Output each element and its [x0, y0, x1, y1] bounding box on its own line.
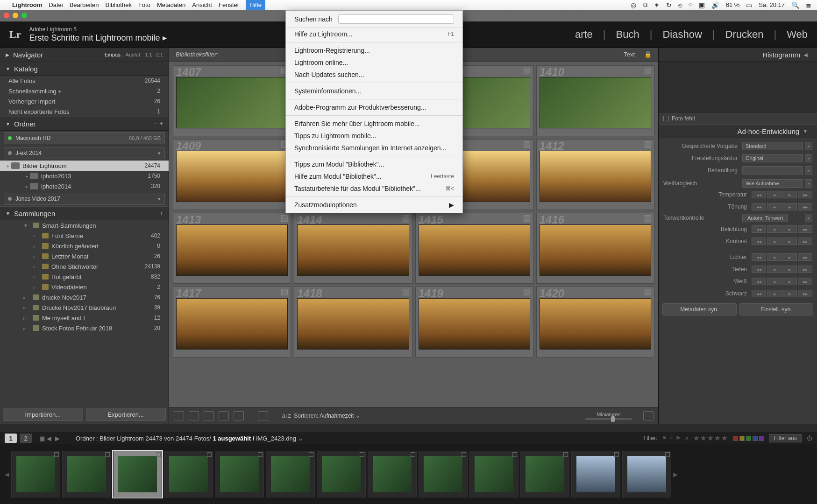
help-menu-item[interactable]: Lightroom online...	[286, 56, 462, 69]
wb-dropdown[interactable]: Wie Aufnahme	[742, 179, 803, 188]
import-button[interactable]: Importieren...	[3, 408, 83, 421]
folder-item[interactable]: ▸iphoto2014320	[0, 181, 169, 191]
filter-off-dropdown[interactable]: Filter aus	[769, 434, 802, 442]
color-label-filter[interactable]	[733, 436, 764, 441]
spray-icon[interactable]	[258, 411, 268, 420]
help-menu-item[interactable]: Synchronisierte Sammlungen im Internet a…	[286, 142, 462, 154]
sync-settings-button[interactable]: Einstell. syn.	[739, 303, 814, 315]
menu-metadaten[interactable]: Metadaten	[157, 1, 185, 8]
timemachine-icon[interactable]: ↻	[666, 1, 672, 9]
collection-item[interactable]: ▹drucke Nov201776	[0, 292, 169, 302]
histogram-header[interactable]: Histogramm ◀	[659, 48, 817, 62]
dropdown[interactable]: Standard	[742, 142, 803, 150]
dropbox-icon[interactable]: ⧉	[643, 1, 647, 9]
flag-icon[interactable]	[403, 215, 409, 222]
chevron-icon[interactable]: ⌄	[355, 413, 360, 419]
help-search-input[interactable]	[338, 14, 454, 24]
zoom-button[interactable]	[21, 13, 27, 18]
filmstrip-thumb[interactable]	[368, 451, 417, 497]
bluetooth-icon[interactable]: ⎋	[678, 1, 682, 9]
reset-icon[interactable]: ▸	[805, 142, 812, 150]
help-menu-item[interactable]: Lightroom-Registrierung...	[286, 44, 462, 56]
loupe-view-icon[interactable]	[189, 411, 199, 420]
smart-collection-item[interactable]: ▹Ohne Stichwörter24139	[0, 261, 169, 272]
help-menu-item[interactable]: Systeminformationen...	[286, 85, 462, 97]
notifications-icon[interactable]: ≣	[806, 1, 811, 9]
grid-cell[interactable]: 1410	[536, 65, 654, 136]
menu-fenster[interactable]: Fenster	[219, 1, 239, 8]
export-button[interactable]: Exportieren...	[86, 408, 166, 421]
collection-item[interactable]: ▹Drucke Nov2017 blaubraun39	[0, 302, 169, 313]
grid-cell[interactable]: 1417	[173, 287, 291, 357]
stepper[interactable]: ◂◂◂▸▸▸	[752, 203, 812, 210]
wifi-icon[interactable]: ⌔	[689, 1, 692, 9]
minimize-button[interactable]	[13, 13, 18, 18]
catalog-item[interactable]: Alle Fotos26544	[0, 76, 169, 86]
stepper[interactable]: ◂◂◂▸▸▸	[752, 253, 812, 261]
chevron-down-icon[interactable]: ⌄	[298, 435, 303, 442]
collection-item[interactable]: ▹Stock Fotos Februar 201820	[0, 323, 169, 333]
compare-view-icon[interactable]	[204, 411, 214, 420]
volume-jext[interactable]: J-ext 2014 ▾	[4, 147, 165, 159]
flag-icon[interactable]	[665, 452, 670, 457]
auto-tone-button[interactable]: Autom. Tonwert	[742, 214, 788, 222]
grid-cell[interactable]: 1409	[173, 139, 291, 210]
grid-cell[interactable]: 1415	[415, 213, 533, 284]
adhoc-header[interactable]: Ad-hoc-Entwicklung ▼	[659, 124, 817, 138]
airplay-icon[interactable]: ▣	[699, 1, 705, 9]
stepper[interactable]: ◂◂◂▸▸▸	[752, 191, 812, 198]
sammlungen-header[interactable]: ▼ Sammlungen +	[0, 206, 169, 220]
module-arte[interactable]: arte	[575, 28, 593, 41]
filmstrip-thumb[interactable]	[266, 451, 315, 497]
survey-view-icon[interactable]	[219, 411, 229, 420]
cc-icon[interactable]: ◎	[631, 1, 636, 9]
catalog-item[interactable]: Vorheriger Import26	[0, 96, 169, 106]
stepper[interactable]: ◂◂◂▸▸▸	[752, 225, 812, 233]
reset-icon[interactable]: ▸	[805, 179, 812, 188]
next-icon[interactable]: ▶	[55, 435, 60, 442]
flag-icon[interactable]	[645, 141, 651, 148]
screen-1-button[interactable]: 1	[5, 434, 17, 443]
flag-icon[interactable]	[258, 452, 263, 457]
smart-collection-item[interactable]: ▹Videodateien2	[0, 282, 169, 292]
filmstrip-thumb[interactable]	[11, 451, 60, 497]
stepper[interactable]: ◂◂◂▸▸▸	[752, 266, 812, 273]
help-menu-item[interactable]: Tipps zu Lightroom mobile...	[286, 130, 462, 142]
flag-icon[interactable]	[645, 289, 651, 295]
lock-icon[interactable]: 🔒	[644, 51, 652, 58]
grid-view-icon[interactable]	[174, 411, 184, 420]
screen-2-button[interactable]: 2	[20, 434, 32, 443]
module-diashow[interactable]: Diashow	[662, 28, 702, 41]
help-menu-item[interactable]: Erfahren Sie mehr über Lightroom mobile.…	[286, 118, 462, 130]
filmstrip-thumb[interactable]	[215, 451, 264, 497]
ordner-header[interactable]: ▼ Ordner − +	[0, 117, 169, 131]
help-menu-item[interactable]: Nach Updates suchen...	[286, 69, 462, 81]
flag-icon[interactable]	[563, 452, 568, 457]
grid-cell[interactable]: 1412	[536, 139, 654, 210]
collection-item[interactable]: ▹Me myself and I12	[0, 313, 169, 323]
menu-foto[interactable]: Foto	[138, 1, 150, 8]
flag-icon[interactable]	[411, 452, 415, 457]
module-drucken[interactable]: Drucken	[725, 28, 764, 41]
app-name[interactable]: Lightroom	[12, 1, 42, 8]
grid-cell[interactable]: 1414	[294, 213, 412, 284]
sort-az-icon[interactable]: a↓z	[282, 413, 291, 419]
flag-icon[interactable]	[645, 215, 651, 222]
filmstrip-thumb[interactable]	[419, 451, 468, 497]
flag-icon[interactable]	[403, 289, 409, 295]
filmstrip-thumb[interactable]	[520, 451, 569, 497]
flag-icon[interactable]	[524, 215, 530, 222]
flag-filter-icon[interactable]: ⚑ ⚐ ⚑	[662, 435, 681, 441]
sort-value[interactable]: Aufnahmezeit	[320, 413, 354, 419]
menu-datei[interactable]: Datei	[49, 1, 63, 8]
sync-metadata-button[interactable]: Metadaten syn.	[662, 303, 737, 315]
flag-icon[interactable]	[105, 452, 110, 457]
volume-jonas[interactable]: Jonas Video 2017 ▾	[4, 193, 165, 205]
menu-bearbeiten[interactable]: Bearbeiten	[70, 1, 99, 8]
grid-cell[interactable]: 1419	[415, 287, 533, 357]
reset-icon[interactable]: ▸	[805, 166, 812, 175]
volume-icon[interactable]: 🔊	[711, 1, 719, 9]
flag-icon[interactable]	[281, 289, 288, 295]
filter-tab-text[interactable]: Text	[624, 51, 635, 58]
grid-icon[interactable]: ▦	[39, 435, 45, 442]
